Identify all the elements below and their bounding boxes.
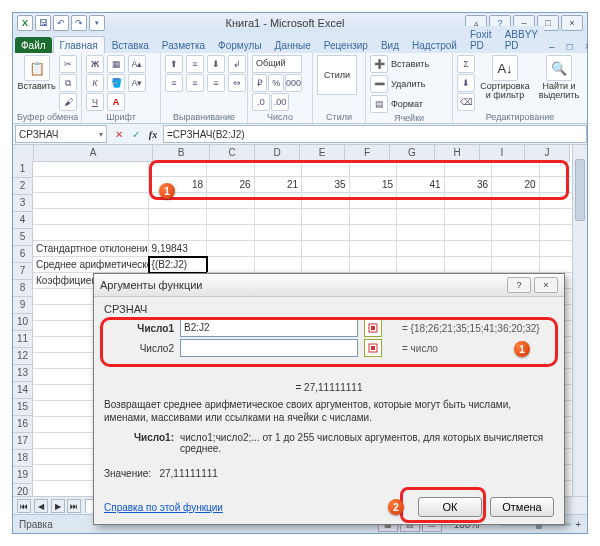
cell[interactable] (33, 161, 149, 177)
cell[interactable] (397, 257, 444, 273)
cell[interactable] (350, 161, 397, 177)
save-icon[interactable]: 🖫 (35, 15, 51, 31)
tab-insert[interactable]: Вставка (106, 37, 155, 53)
cell[interactable]: 26 (207, 177, 254, 193)
function-help-link[interactable]: Справка по этой функции (104, 502, 223, 513)
clear-icon[interactable]: ⌫ (457, 93, 475, 111)
merge-icon[interactable]: ⇔ (228, 74, 246, 92)
cell[interactable] (492, 241, 539, 257)
tab-abbyy[interactable]: ABBYY PD (499, 26, 544, 53)
increase-decimal-icon[interactable]: .0 (252, 93, 270, 111)
doc-restore-icon[interactable]: □ (563, 39, 577, 53)
cell[interactable] (302, 193, 349, 209)
undo-icon[interactable]: ↶ (53, 15, 69, 31)
cell[interactable]: 20 (492, 177, 539, 193)
row-header[interactable]: 4 (13, 212, 33, 229)
find-select-button[interactable]: 🔍Найти и выделить (535, 55, 583, 101)
arg2-range-picker-icon[interactable] (364, 339, 382, 357)
cell[interactable] (255, 193, 302, 209)
cell[interactable] (255, 257, 302, 273)
row-header[interactable]: 18 (13, 450, 33, 467)
arg1-input[interactable]: B2:J2 (180, 319, 358, 337)
dialog-close-icon[interactable]: × (534, 277, 558, 293)
cell[interactable]: Стандартное отклонение (33, 241, 149, 257)
cell[interactable]: 9,19843 (149, 241, 208, 257)
number-format-dropdown[interactable]: Общий (252, 55, 302, 73)
cell[interactable] (302, 225, 349, 241)
fill-color-icon[interactable]: 🪣 (107, 74, 125, 92)
row-header[interactable]: 17 (13, 433, 33, 450)
cell[interactable] (255, 225, 302, 241)
cell[interactable]: 21 (255, 177, 302, 193)
doc-minimize-icon[interactable]: – (545, 39, 559, 53)
cell[interactable] (207, 161, 254, 177)
row-header[interactable]: 6 (13, 246, 33, 263)
cell[interactable] (492, 257, 539, 273)
currency-icon[interactable]: ₽ (252, 74, 267, 92)
cell[interactable]: 15 (350, 177, 397, 193)
tab-foxit[interactable]: Foxit PD (464, 26, 498, 53)
cell[interactable] (397, 193, 444, 209)
cancel-button[interactable]: Отмена (490, 497, 554, 517)
wrap-text-icon[interactable]: ↲ (228, 55, 246, 73)
format-cells-label[interactable]: Формат (391, 99, 423, 109)
copy-icon[interactable]: ⧉ (59, 74, 77, 92)
scrollbar-thumb[interactable] (575, 159, 585, 221)
cell[interactable] (445, 257, 492, 273)
cell[interactable]: 35 (302, 177, 349, 193)
tab-file[interactable]: Файл (15, 37, 52, 53)
italic-icon[interactable]: К (86, 74, 104, 92)
cell[interactable] (33, 209, 149, 225)
format-cells-icon[interactable]: ▤ (370, 95, 388, 113)
cell[interactable] (207, 209, 254, 225)
dialog-help-icon[interactable]: ? (507, 277, 531, 293)
cell[interactable] (149, 209, 208, 225)
cell[interactable] (207, 225, 254, 241)
ok-button[interactable]: ОК (418, 497, 482, 517)
format-painter-icon[interactable]: 🖌 (59, 93, 77, 111)
row-header[interactable]: 13 (13, 365, 33, 382)
cell[interactable] (33, 177, 149, 193)
bold-icon[interactable]: Ж (86, 55, 104, 73)
cell[interactable] (445, 193, 492, 209)
qat-dropdown-icon[interactable]: ▾ (89, 15, 105, 31)
row-header[interactable]: 10 (13, 314, 33, 331)
paste-button[interactable]: 📋 Вставить (17, 55, 56, 91)
border-icon[interactable]: ▦ (107, 55, 125, 73)
cell[interactable] (207, 257, 254, 273)
cell[interactable] (207, 193, 254, 209)
cell-styles-button[interactable]: Стили (317, 55, 357, 95)
cell[interactable]: 41 (397, 177, 444, 193)
row-header[interactable]: 3 (13, 195, 33, 212)
comma-icon[interactable]: 000 (285, 74, 302, 92)
vertical-scrollbar[interactable] (572, 145, 587, 497)
select-all-corner[interactable] (13, 145, 34, 162)
tab-view[interactable]: Вид (375, 37, 405, 53)
sheet-nav-next-icon[interactable]: ▶ (51, 499, 65, 513)
row-header[interactable]: 7 (13, 263, 33, 280)
fill-icon[interactable]: ⬇ (457, 74, 475, 92)
delete-cells-label[interactable]: Удалить (391, 79, 425, 89)
row-header[interactable]: 5 (13, 229, 33, 246)
insert-cells-label[interactable]: Вставить (391, 59, 429, 69)
arg1-range-picker-icon[interactable] (364, 319, 382, 337)
cell[interactable] (492, 161, 539, 177)
cell[interactable] (350, 209, 397, 225)
cancel-formula-icon[interactable]: ✕ (111, 126, 127, 142)
cell[interactable] (350, 225, 397, 241)
redo-icon[interactable]: ↷ (71, 15, 87, 31)
zoom-in-icon[interactable]: + (575, 519, 581, 530)
delete-cells-icon[interactable]: ➖ (370, 75, 388, 93)
tab-formulas[interactable]: Формулы (212, 37, 268, 53)
cell[interactable] (350, 193, 397, 209)
cell[interactable] (492, 193, 539, 209)
decrease-decimal-icon[interactable]: .00 (271, 93, 289, 111)
col-header-b[interactable]: B (153, 145, 210, 162)
cell[interactable] (302, 209, 349, 225)
doc-close-icon[interactable]: × (581, 39, 595, 53)
align-right-icon[interactable]: ≡ (207, 74, 225, 92)
name-box-dropdown-icon[interactable]: ▾ (99, 130, 103, 139)
cell[interactable] (33, 225, 149, 241)
cell[interactable] (445, 209, 492, 225)
cell[interactable] (350, 257, 397, 273)
